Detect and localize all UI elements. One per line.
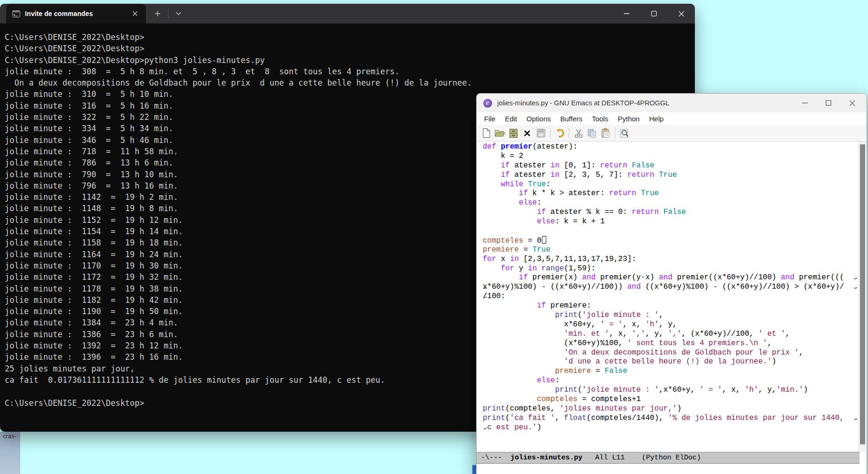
code-line: compteles = compteles+1 — [483, 395, 867, 404]
modeline-buffer-name: jolies-minutes.py — [510, 454, 582, 462]
code-line: ↩x*60+y)%100) - ((x*60+y)//100)) and ((x… — [483, 283, 867, 292]
line-wrap-indicator-icon: ↩ — [484, 425, 487, 434]
minimize-button[interactable] — [793, 94, 817, 112]
modeline-prefix: -\--- — [481, 454, 510, 462]
menu-help[interactable]: Help — [645, 114, 669, 124]
menu-options[interactable]: Options — [522, 114, 556, 124]
close-button[interactable] — [840, 94, 864, 112]
code-line: while True: — [483, 180, 867, 190]
emacs-window: e jolies-minutes.py - GNU Emacs at DESKT… — [476, 93, 867, 474]
code-line: 'd une a cette belle heure (!) de la jou… — [483, 357, 867, 367]
code-line — [483, 227, 867, 236]
copy-icon[interactable] — [585, 126, 599, 140]
code-line: (x*60+y)%100, ' sont tous les 4 premiers… — [483, 339, 867, 348]
code-line: compteles = 0 — [483, 236, 867, 245]
menu-tools[interactable]: Tools — [587, 114, 613, 124]
code-line: if k * k > atester: return True — [483, 189, 867, 198]
code-editor-area[interactable]: def premier(atester): k = 2 if atester i… — [477, 142, 867, 452]
code-line: premiere = True — [483, 245, 867, 255]
close-button[interactable] — [668, 4, 695, 24]
maximize-button[interactable] — [817, 94, 840, 112]
open-file-icon[interactable] — [493, 126, 507, 140]
emacs-toolbar — [477, 125, 867, 142]
code-line: if premiere: — [483, 301, 867, 311]
close-buffer-icon[interactable] — [520, 126, 534, 140]
menu-buffers[interactable]: Buffers — [556, 114, 587, 124]
code-line: print('ca fait ', float(compteles/1440),… — [483, 414, 867, 423]
terminal-tab[interactable]: Invite de commandes — [6, 4, 146, 24]
modeline-major-mode: (Python ElDoc) — [625, 454, 701, 462]
menu-file[interactable]: File — [479, 114, 500, 124]
code-line: ↩/100: — [483, 292, 867, 301]
code-line: if atester in [0, 1]: return False — [483, 161, 867, 171]
desktop-icon-label: cras- — [0, 433, 20, 440]
desktop-icon-fragment[interactable]: cras- — [0, 432, 20, 474]
emacs-window-title: jolies-minutes.py - GNU Emacs at DESKTOP… — [497, 99, 669, 107]
close-tab-icon[interactable] — [129, 8, 141, 20]
text-cursor — [542, 236, 546, 244]
vertical-scrollbar[interactable] — [859, 142, 866, 452]
modeline-position: All L11 — [582, 454, 625, 462]
code-line: x*60+y, ' = ', x, 'h', y, — [483, 320, 867, 330]
code-line: for y in range(1,59): — [483, 264, 867, 274]
emacs-echo-area[interactable] — [477, 464, 867, 474]
search-icon[interactable] — [618, 126, 631, 140]
cmd-window-icon — [12, 10, 20, 17]
tab-bar-separator — [168, 9, 168, 18]
code-line: ↩ c est peu.') — [483, 423, 867, 433]
code-line: 'min. et ', x, ',', y, ',', (x*60+y)//10… — [483, 330, 867, 339]
new-tab-plus-icon[interactable] — [151, 7, 165, 20]
code-line: print(compteles, 'jolies minutes par jou… — [483, 404, 867, 414]
code-line: print('jolie minute : ', — [483, 311, 867, 320]
code-line: premiere = False — [483, 367, 867, 376]
paste-icon[interactable] — [599, 126, 613, 140]
toolbar-separator — [550, 128, 550, 138]
menu-edit[interactable]: Edit — [500, 114, 522, 124]
code-line: if atester in [2, 3, 5, 7]: return True — [483, 171, 867, 180]
save-file-icon[interactable] — [534, 126, 548, 140]
code-line: for x in [2,3,5,7,11,13,17,19,23]: — [483, 255, 867, 264]
code-line: if premier(x) and premier(y-x) and premi… — [483, 273, 867, 283]
emacs-menubar: File Edit Options Buffers Tools Python H… — [477, 112, 867, 125]
code-line: print('jolie minute : ',x*60+y, ' = ', x… — [483, 386, 867, 395]
emacs-logo-icon: e — [483, 99, 492, 108]
code-line: else: — [483, 376, 867, 386]
code-line: if atester % k == 0: return False — [483, 208, 867, 217]
scrollbar-thumb[interactable] — [860, 144, 865, 444]
code-line: k = 2 — [483, 152, 867, 161]
code-line: def premier(atester): — [483, 142, 867, 152]
code-line: else: — [483, 198, 867, 208]
code-line: 'On a deux decompositions de Goldbach po… — [483, 348, 867, 358]
toolbar-separator — [569, 128, 569, 138]
maximize-button[interactable] — [640, 4, 668, 24]
terminal-tab-title: Invite de commandes — [25, 10, 93, 17]
code-line: else: k = k + 1 — [483, 217, 867, 227]
new-file-icon[interactable] — [479, 126, 493, 140]
emacs-modeline: -\--- jolies-minutes.py All L11 (Python … — [477, 452, 860, 464]
terminal-titlebar[interactable]: Invite de commandes — [0, 4, 695, 24]
toolbar-separator — [615, 128, 615, 138]
undo-icon[interactable] — [553, 126, 566, 140]
minimize-button[interactable] — [613, 4, 640, 24]
menu-python[interactable]: Python — [613, 114, 645, 124]
dired-directory-icon[interactable] — [507, 126, 520, 140]
emacs-titlebar[interactable]: e jolies-minutes.py - GNU Emacs at DESKT… — [477, 94, 867, 112]
tab-dropdown-chevron-icon[interactable] — [171, 7, 185, 20]
cut-icon[interactable] — [572, 126, 585, 140]
